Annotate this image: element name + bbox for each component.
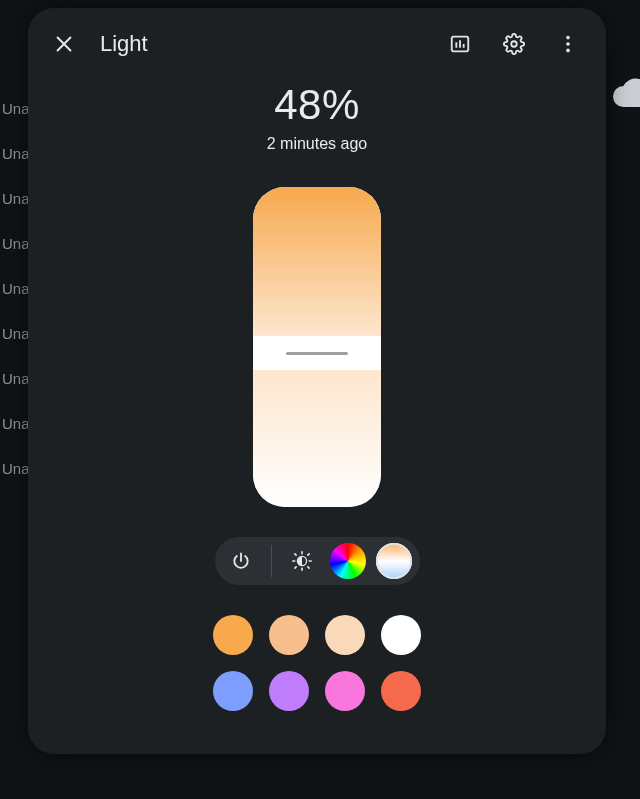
swatch-light-peach[interactable] [325,615,365,655]
svg-point-4 [566,49,570,53]
svg-line-13 [307,554,308,555]
background-list-item: Una [0,145,30,162]
color-temp-icon [376,543,412,579]
swatch-peach[interactable] [269,615,309,655]
color-wheel-icon [330,543,366,579]
slider-handle[interactable] [253,336,381,370]
swatch-coral[interactable] [381,671,421,711]
card-header: Light [28,8,606,68]
swatch-white[interactable] [381,615,421,655]
background-list-item: Una [0,280,30,297]
mode-divider [271,545,272,577]
color-temp-mode-button[interactable] [376,543,412,579]
background-list-item: Una [0,190,30,207]
svg-point-2 [566,36,570,40]
slider-fill [253,187,381,336]
background-list-item: Una [0,100,30,117]
background-list-item: Una [0,235,30,252]
brightness-slider[interactable] [253,187,381,507]
card-title: Light [100,31,148,57]
slider-lower [253,370,381,507]
svg-point-3 [566,42,570,46]
background-list-item: Una [0,325,30,342]
svg-point-1 [511,41,517,47]
mode-row [215,537,420,585]
svg-line-12 [294,567,295,568]
background-entity-list: UnaUnaUnaUnaUnaUnaUnaUnaUna [0,100,30,477]
background-list-item: Una [0,370,30,387]
swatch-pink[interactable] [325,671,365,711]
more-icon[interactable] [554,30,582,58]
svg-line-9 [307,567,308,568]
power-button[interactable] [223,543,259,579]
svg-line-8 [294,554,295,555]
light-control-card: Light 48% 2 minutes ago [28,8,606,754]
last-updated: 2 minutes ago [267,135,368,153]
header-right [446,30,588,58]
swatch-grid [213,615,421,711]
header-left: Light [50,30,148,58]
background-list-item: Una [0,460,30,477]
weather-cloud-icon [610,75,640,119]
history-icon[interactable] [446,30,474,58]
background-list-item: Una [0,415,30,432]
swatch-periwinkle[interactable] [213,671,253,711]
brightness-percent: 48% [274,81,360,129]
swatch-lavender[interactable] [269,671,309,711]
gear-icon[interactable] [500,30,528,58]
swatch-orange[interactable] [213,615,253,655]
brightness-mode-button[interactable] [284,543,320,579]
color-mode-button[interactable] [330,543,366,579]
card-body: 48% 2 minutes ago [28,68,606,711]
close-icon[interactable] [50,30,78,58]
